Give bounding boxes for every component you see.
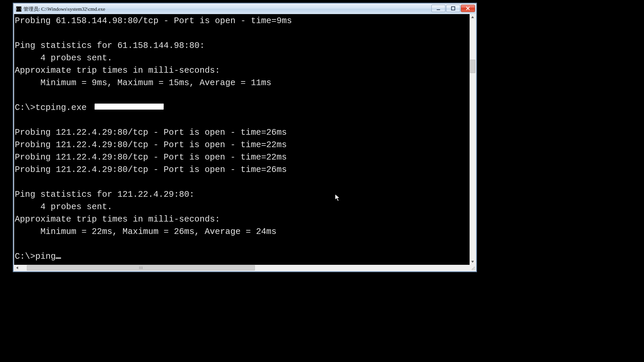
output-line: Probing 121.22.4.29:80/tcp - Port is ope… [15,140,287,150]
svg-rect-0 [437,9,440,10]
redacted-hostname [94,104,163,110]
output-line: 4 probes sent. [15,53,112,63]
maximize-button[interactable] [446,5,460,12]
scroll-left-arrow-icon[interactable] [14,265,20,271]
output-line: Approximate trip times in milli-seconds: [15,66,220,75]
prompt-line: C:\>ping [15,252,61,261]
thumb-grip-icon [139,266,143,269]
system-menu-icon[interactable]: C:\ [16,6,21,12]
resize-grip-icon[interactable] [470,265,476,271]
output-line: Minimum = 22ms, Maximum = 26ms, Average … [15,227,276,237]
output-line: Approximate trip times in milli-seconds: [15,215,220,224]
minimize-button[interactable] [431,5,445,12]
svg-rect-1 [451,7,455,10]
titlebar[interactable]: C:\ 管理员: C:\Windows\system32\cmd.exe [14,4,476,14]
prompt-line: C:\>tcping.exe [15,103,164,113]
vertical-scroll-track[interactable] [470,20,476,259]
scroll-down-arrow-icon[interactable] [470,259,476,265]
output-line: Minimum = 9ms, Maximum = 15ms, Average =… [15,78,271,88]
vertical-scrollbar[interactable] [470,14,476,265]
window-buttons [431,5,475,12]
output-line: Probing 121.22.4.29:80/tcp - Port is ope… [15,165,287,175]
output-line: Probing 121.22.4.29:80/tcp - Port is ope… [15,128,287,137]
cmd-window: C:\ 管理员: C:\Windows\system32\cmd.exe Pro… [13,3,477,272]
output-line: Ping statistics for 61.158.144.98:80: [15,41,205,51]
output-line: Probing 61.158.144.98:80/tcp - Port is o… [15,16,292,26]
window-title: 管理员: C:\Windows\system32\cmd.exe [23,6,105,12]
vertical-scroll-thumb[interactable] [470,60,475,73]
client-area: Probing 61.158.144.98:80/tcp - Port is o… [14,14,476,271]
console-output[interactable]: Probing 61.158.144.98:80/tcp - Port is o… [14,14,470,265]
scroll-up-arrow-icon[interactable] [470,14,476,20]
horizontal-scroll-thumb[interactable] [27,265,255,270]
output-line: 4 probes sent. [15,202,112,212]
horizontal-scrollbar[interactable] [14,265,476,271]
horizontal-scroll-track[interactable] [20,265,470,271]
output-line: Ping statistics for 121.22.4.29:80: [15,190,195,199]
text-cursor [56,257,61,259]
output-line: Probing 121.22.4.29:80/tcp - Port is ope… [15,153,287,162]
close-button[interactable] [461,5,475,12]
